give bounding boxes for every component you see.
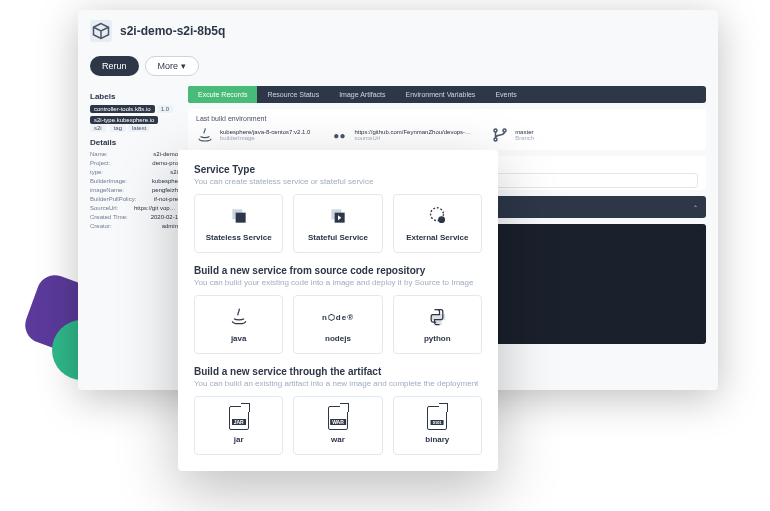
- detail-row: Project:demo-pro: [90, 160, 178, 166]
- tab-env-variables[interactable]: Environment Variables: [395, 86, 485, 103]
- branch-icon: [491, 126, 509, 144]
- last-build-card: Last build environment kubesphere/java-8…: [188, 109, 706, 150]
- detail-row: Creator:admin: [90, 223, 178, 229]
- label-row: controller-tools.k8s.io1.0: [90, 105, 178, 113]
- page-title: s2i-demo-s2i-8b5q: [120, 24, 225, 38]
- python-icon: [427, 306, 447, 328]
- chevron-up-icon: ⌃: [693, 204, 698, 211]
- rerun-button[interactable]: Rerun: [90, 56, 139, 76]
- cube-icon: [90, 20, 112, 42]
- detail-row: BuilderImage:kubesphe: [90, 178, 178, 184]
- tile-stateless-service[interactable]: Stateless Service: [194, 194, 283, 253]
- modal-s1-title: Service Type: [194, 164, 482, 175]
- detail-row: BuilderPullPolicy:if-not-pre: [90, 196, 178, 202]
- stateless-icon: [229, 205, 249, 227]
- detail-row: SourceUrl:https://git vops-java: [90, 205, 178, 211]
- tile-war[interactable]: WAR war: [293, 396, 382, 455]
- modal-s2-sub: You can build your existing code into a …: [194, 278, 482, 287]
- tab-events[interactable]: Events: [485, 86, 526, 103]
- modal-s1-sub: You can create stateless service or stat…: [194, 177, 482, 186]
- tab-execute-records[interactable]: Excute Records: [188, 86, 257, 103]
- binary-icon: 0101: [427, 407, 447, 429]
- label-row: s2i-type.kubesphere.ios2i taglatest: [90, 116, 178, 132]
- tile-external-service[interactable]: External Service: [393, 194, 482, 253]
- tile-jar[interactable]: JAR jar: [194, 396, 283, 455]
- detail-row: Created Time:2020-02-1: [90, 214, 178, 220]
- service-type-modal: Service Type You can create stateless se…: [178, 150, 498, 471]
- tile-java[interactable]: java: [194, 295, 283, 354]
- env-branch: masterBranch: [491, 126, 534, 144]
- labels-heading: Labels: [90, 92, 178, 101]
- jar-icon: JAR: [229, 407, 249, 429]
- stateful-icon: [328, 205, 348, 227]
- tile-binary[interactable]: 0101 binary: [393, 396, 482, 455]
- war-icon: WAR: [328, 407, 348, 429]
- svg-point-9: [439, 217, 445, 223]
- tab-image-artifacts[interactable]: Image Artifacts: [329, 86, 395, 103]
- java-icon: [229, 306, 249, 328]
- tabs: Excute Records Resource Status Image Art…: [188, 86, 706, 103]
- sidebar: Labels controller-tools.k8s.io1.0 s2i-ty…: [90, 86, 178, 344]
- nodejs-icon: n⬡de®: [322, 306, 354, 328]
- more-button[interactable]: More ▾: [145, 56, 199, 76]
- modal-s3-sub: You can build an existing artifact into …: [194, 379, 482, 388]
- modal-s2-title: Build a new service from source code rep…: [194, 265, 482, 276]
- svg-point-2: [503, 129, 506, 132]
- env-builder-image: kubesphere/java-8-centos7:v2.1.0builderI…: [196, 126, 310, 144]
- detail-row: imageName:pengfeizh: [90, 187, 178, 193]
- tile-stateful-service[interactable]: Stateful Service: [293, 194, 382, 253]
- external-icon: [426, 205, 448, 227]
- last-build-title: Last build environment: [196, 115, 698, 122]
- modal-s3-title: Build a new service through the artifact: [194, 366, 482, 377]
- tile-nodejs[interactable]: n⬡de® nodejs: [293, 295, 382, 354]
- detail-row: type:s2i: [90, 169, 178, 175]
- tile-python[interactable]: python: [393, 295, 482, 354]
- details-heading: Details: [90, 138, 178, 147]
- env-source-url: ●● https://github.com/FeynmanZhou/devops…: [330, 126, 471, 144]
- svg-rect-4: [235, 213, 245, 223]
- svg-point-0: [494, 129, 497, 132]
- svg-point-1: [494, 138, 497, 141]
- source-icon: ●●: [330, 126, 348, 144]
- tab-resource-status[interactable]: Resource Status: [257, 86, 329, 103]
- java-icon: [196, 126, 214, 144]
- detail-row: Name:s2i-demo: [90, 151, 178, 157]
